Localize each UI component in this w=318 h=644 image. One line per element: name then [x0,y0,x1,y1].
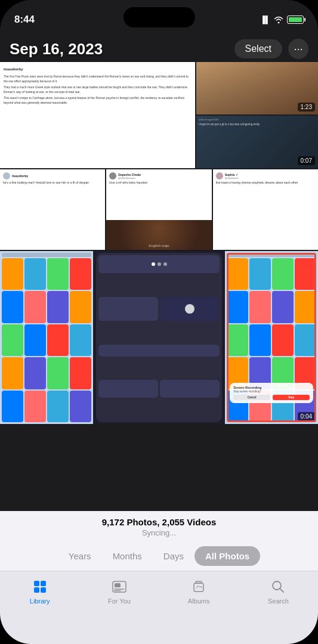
tab-search-label: Search [268,597,289,605]
for-you-icon [111,578,128,595]
svg-rect-1 [41,581,46,586]
tab-for-you[interactable]: For You [79,578,159,605]
more-button[interactable]: ··· [288,39,308,59]
photos-header: Sep 16, 2023 Select ··· [0,31,318,67]
svg-rect-5 [115,583,121,587]
tab-for-you-label: For You [108,597,131,605]
video-duration-2: 0:07 [298,156,315,165]
svg-rect-3 [41,587,46,593]
library-icon [32,578,48,595]
photo-cell-ios-3: Screen Recording Stop screen recording? … [225,251,318,424]
photo-cell-ios-2 [94,251,224,424]
dynamic-island [124,7,195,27]
tab-library[interactable]: Library [0,578,79,605]
wifi-icon [274,16,283,23]
cancel-btn[interactable]: Cancel [233,395,270,400]
phone-frame: 8:44 ▐▌ itsaudtorby [0,0,318,644]
tab-all-photos[interactable]: All Photos [194,546,260,566]
stop-btn[interactable]: Stop [273,395,310,400]
tab-bar: Library For You A [0,571,318,644]
signal-icon: ▐▌ [260,16,270,24]
photo-cell-ios-1 [0,251,93,424]
tab-albums[interactable]: Albums [159,578,239,605]
svg-line-11 [280,589,284,592]
status-time: 8:44 [14,14,35,26]
photo-cell-1: itsaudtorby The first Two Punic wars wer… [0,62,195,168]
photos-count-text: 9,172 Photos, 2,055 Videos [0,517,318,527]
screen-recording-popup: Screen Recording Stop screen recording? … [230,383,313,403]
albums-icon [190,578,207,595]
search-icon [270,578,286,595]
status-icons: ▐▌ [260,16,304,24]
photo-cell-tweet-1: itsaudtorby he's a fine looking man!! #w… [0,169,105,250]
photo-cell-tweet-3: Sophia ✓ @sophiasort first base is havin… [213,169,318,250]
filter-tabs: Years Months Days All Photos [0,541,318,571]
tab-days[interactable]: Days [153,546,194,566]
select-button[interactable]: Select [234,39,282,58]
photo-cell-3: @blueimage02181 i hope im not just a gf … [196,116,318,168]
video-duration-3: 0:04 [298,412,315,421]
tab-years[interactable]: Years [58,546,102,566]
battery-icon [287,16,304,24]
tab-library-label: Library [30,597,50,605]
photo-grid: itsaudtorby The first Two Punic wars wer… [0,31,318,540]
header-date: Sep 16, 2023 [10,40,103,58]
photo-cell-2: 1:23 [196,62,318,114]
video-duration-1: 1:23 [298,103,315,112]
sync-status-text: Syncing... [0,528,318,537]
svg-rect-0 [34,581,39,586]
photos-count-section: 9,172 Photos, 2,055 Videos Syncing... [0,511,318,541]
svg-rect-9 [196,581,202,583]
coffee-label: English majo [106,244,211,247]
tab-search[interactable]: Search [239,578,318,605]
photo-cell-tweet-2: Depeche Chode @debrokesman love a mf who… [106,169,211,250]
svg-rect-2 [34,587,39,593]
header-actions: Select ··· [234,39,308,59]
tab-months[interactable]: Months [102,546,153,566]
tab-albums-label: Albums [188,597,210,605]
